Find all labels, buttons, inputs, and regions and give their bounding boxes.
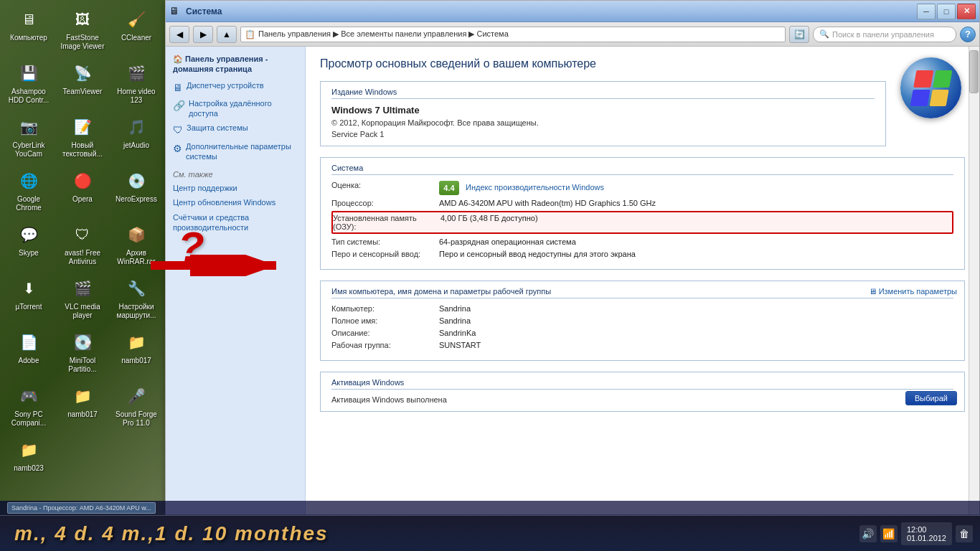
routeconf-icon: 🔧 [123, 276, 149, 301]
desktop-icon-computer[interactable]: 🖥 Компьютер [4, 4, 54, 54]
desktop-icon-skype[interactable]: 💬 Skype [4, 219, 54, 269]
desktop-icon-namb017[interactable]: 📁 namb017 [111, 326, 161, 377]
search-box[interactable]: 🔍 Поиск в панели управления [813, 27, 956, 42]
desktop-icon-sony[interactable]: 🎮 Sony PC Compani... [4, 380, 54, 430]
desktop-icon-faststone[interactable]: 🖼 FastStone Image Viewer [57, 4, 108, 54]
sidebar-also-section: См. также Центр поддержки Центр обновлен… [173, 170, 298, 232]
window-icon: 🖥 [169, 5, 182, 18]
desktop-icon-adobe[interactable]: 📄 Adobe [4, 326, 54, 377]
maximize-button[interactable]: □ [937, 4, 956, 19]
sidebar-link-protection[interactable]: 🛡 Защита системы [173, 123, 298, 136]
namb017b-icon: 📁 [70, 383, 95, 409]
rating-link[interactable]: Индекс производительности Windows [466, 183, 604, 192]
help-button[interactable]: ? [960, 27, 976, 42]
sidebar-link-update[interactable]: Центр обновления Windows [173, 197, 298, 207]
desktop-icon-notepad[interactable]: 📝 Новый текстовый... [57, 111, 108, 161]
ccleaner-icon: 🧹 [123, 6, 149, 32]
desktop-icon-cybercam[interactable]: 📷 CyberLink YouCam [4, 111, 54, 161]
cybercam-icon: 📷 [16, 114, 42, 140]
jetaudio-icon: 🎵 [123, 114, 149, 140]
sony-label: Sony PC Compani... [6, 410, 51, 428]
desktop-icon-homevideo[interactable]: 🎬 Home video 123 [111, 57, 161, 108]
refresh-button[interactable]: 🔄 [789, 26, 809, 43]
forward-button[interactable]: ▶ [193, 26, 213, 43]
scrollbar[interactable] [969, 47, 979, 514]
sidebar-link-perf[interactable]: Счётчики и средства производительности [173, 212, 298, 233]
routeconf-label: Настройки маршрути... [114, 303, 159, 320]
computer-section: Имя компьютера, имя домена и параметры р… [320, 281, 965, 361]
close-button[interactable]: ✕ [957, 4, 976, 19]
homevideo-icon: 🎬 [123, 60, 149, 86]
teamviewer-label: TeamViewer [63, 88, 103, 96]
desktop-icon-namb017b[interactable]: 📁 namb017 [57, 380, 108, 430]
desktop-icon-ashampoo[interactable]: 💾 Ashampoo HDD Contr... [4, 57, 54, 108]
workgroup-value: SUNSTART [439, 341, 953, 349]
vlc-label: VLC media player [60, 303, 105, 320]
opera-icon: 🔴 [70, 168, 95, 194]
taskbar-preview-1[interactable]: Sandrina - Процессор: AMD A6-3420M APU w… [7, 502, 156, 514]
taskbar-text: m., 4 d. 4 m.,1 d. 10 monthes [0, 522, 343, 545]
desktop-icon-utorrent[interactable]: ⬇ µTorrent [4, 273, 54, 323]
cybercam-label: CyberLink YouCam [6, 141, 51, 159]
ram-row: Установленная память (ОЗУ): 4,00 ГБ (3,4… [331, 211, 953, 234]
desktop-icon-winrar[interactable]: 📦 Архив WinRAR.rar [111, 219, 161, 269]
recycle-bin-tray[interactable]: 🗑 [956, 525, 973, 542]
taskbar-right: 🔊 📶 12:0001.01.2012 🗑 [859, 522, 973, 545]
full-name-row: Полное имя: Sandrina [331, 316, 953, 325]
main-panel: Просмотр основных сведений о вашем компь… [306, 47, 979, 514]
windows-flag [910, 70, 952, 106]
desktop-icon-opera[interactable]: 🔴 Opera [57, 165, 108, 215]
select-button[interactable]: Выбирай [905, 391, 957, 405]
address-box[interactable]: 📋 Панель управления ▶ Все элементы панел… [240, 27, 786, 42]
activation-status: Активация Windows выполнена [331, 395, 953, 404]
up-button[interactable]: ▲ [217, 26, 237, 43]
winrar-label: Архив WinRAR.rar [114, 249, 159, 266]
sidebar-link-remote-access[interactable]: 🔗 Настройка удалённого доступа [173, 98, 298, 119]
skype-icon: 💬 [16, 222, 42, 248]
desktop-icon-routeconf[interactable]: 🔧 Настройки маршрути... [111, 273, 161, 323]
back-button[interactable]: ◀ [169, 26, 189, 43]
teamviewer-icon: 📡 [70, 60, 95, 86]
sidebar-link-support[interactable]: Центр поддержки [173, 183, 298, 193]
window-title: Система [186, 6, 917, 17]
desktop-icon-soundforge[interactable]: 🎤 Sound Forge Pro 11.0 [111, 380, 161, 430]
desktop-icon-jetaudio[interactable]: 🎵 jetAudio [111, 111, 161, 161]
desktop-icon-google[interactable]: 🌐 Google Chrome [4, 165, 54, 215]
minimize-button[interactable]: ─ [917, 4, 936, 19]
jetaudio-label: jetAudio [123, 141, 149, 150]
remote-access-icon: 🔗 [173, 99, 185, 112]
sidebar-link-device-manager[interactable]: 🖥 Диспетчер устройств [173, 80, 298, 94]
computer-name-value: Sandrina [439, 304, 953, 313]
desktop-icon-vlc[interactable]: 🎬 VLC media player [57, 273, 108, 323]
computer-name-label: Компьютер: [331, 304, 439, 313]
change-params-link[interactable]: 🖥 Изменить параметры [869, 287, 957, 296]
scroll-thumb[interactable] [969, 50, 979, 93]
desktop-icon-neroexpress[interactable]: 💿 NeroExpress [111, 165, 161, 215]
sidebar-link-advanced[interactable]: ⚙ Дополнительные параметры системы [173, 141, 298, 162]
system-type-label: Тип системы: [331, 237, 439, 246]
desktop-icon-namb023[interactable]: 📁 namb023 [4, 434, 54, 476]
desktop-icon-avast[interactable]: 🛡 avast! Free Antivirus [57, 219, 108, 269]
system-clock[interactable]: 12:0001.01.2012 [901, 522, 952, 545]
processor-value: AMD A6-3420M APU with Radeon(tm) HD Grap… [439, 199, 953, 207]
faststone-label: FastStone Image Viewer [60, 34, 105, 51]
desktop-icon-minitool[interactable]: 💽 MiniTool Partitio... [57, 326, 108, 377]
computer-section-header: Имя компьютера, имя домена и параметры р… [331, 287, 953, 298]
winrar-icon: 📦 [123, 222, 149, 248]
windows-edition-header: Издание Windows [331, 88, 875, 99]
content-area: 🏠 Панель управления - домашняя страница … [166, 47, 979, 514]
system-type-row: Тип системы: 64-разрядная операционная с… [331, 237, 953, 246]
processor-label: Процессор: [331, 199, 439, 207]
skype-label: Skype [19, 249, 39, 258]
tray-icon-2[interactable]: 📶 [880, 525, 897, 542]
pen-value: Перо и сенсорный ввод недоступны для это… [439, 250, 953, 258]
desktop-icon-ccleaner[interactable]: 🧹 CCleaner [111, 4, 161, 54]
tray-icon-1[interactable]: 🔊 [859, 525, 877, 542]
copyright: © 2012, Корпорация Майкрософт. Все права… [331, 118, 875, 127]
utorrent-label: µTorrent [16, 303, 42, 311]
rating-label: Оценка: [331, 181, 439, 189]
computer-name-row: Компьютер: Sandrina [331, 304, 953, 313]
desktop-icon-teamviewer[interactable]: 📡 TeamViewer [57, 57, 108, 108]
system-type-value: 64-разрядная операционная система [439, 237, 953, 246]
change-params-icon: 🖥 [869, 287, 877, 296]
